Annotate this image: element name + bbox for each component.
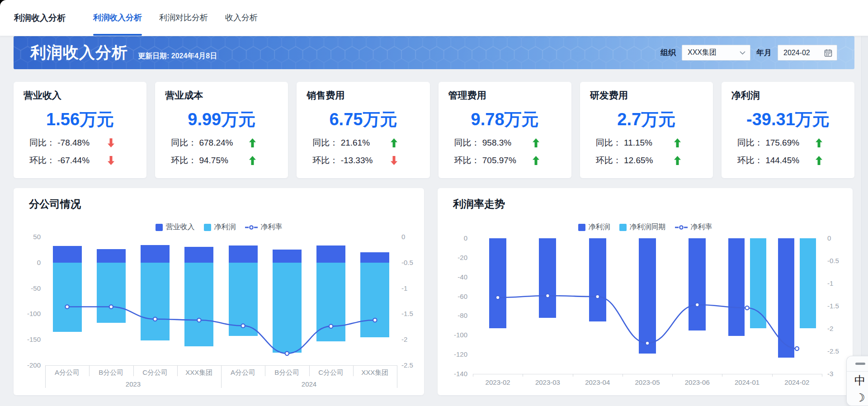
bar[interactable] xyxy=(316,263,345,341)
kpi-mom-text: 环比： -67.44% xyxy=(29,155,107,166)
scrollbar-track[interactable] xyxy=(861,36,868,406)
kpi-mom-text: 环比： 12.65% xyxy=(596,155,674,166)
tab-bar: 利润收入分析 利润对比分析 收入分析 xyxy=(93,0,258,36)
floating-toolbar: 中 ☽ xyxy=(846,356,868,406)
y-axis-tick-label-left: -40 xyxy=(445,273,467,281)
axis-tick xyxy=(623,374,623,377)
kpi-yoy-row: 同比： 175.69% xyxy=(731,137,844,149)
line-point[interactable] xyxy=(795,347,799,350)
x-axis-category-label: C分公司 xyxy=(133,368,177,377)
kpi-yoy-row: 同比： 11.15% xyxy=(590,137,703,149)
bar[interactable] xyxy=(273,263,302,353)
kpi-mom-text: 环比： 144.45% xyxy=(737,155,815,166)
kpi-yoy-row: 同比： 21.61% xyxy=(307,137,420,149)
org-label: 组织 xyxy=(660,47,676,58)
y-axis-tick-label-right: -2 xyxy=(827,325,833,332)
axis-tick xyxy=(89,365,90,376)
x-axis-category-label: 2023-05 xyxy=(623,378,672,386)
y-axis-tick-label-left: 50 xyxy=(18,233,41,241)
y-axis-tick-label-left: -140 xyxy=(445,370,467,378)
bar[interactable] xyxy=(750,238,766,328)
x-axis-category-label: B分公司 xyxy=(265,368,309,377)
axis-tick xyxy=(265,365,265,376)
y-axis-tick-label-right: -1.5 xyxy=(401,310,413,317)
bar[interactable] xyxy=(316,245,345,262)
axis-tick xyxy=(822,374,822,377)
bar[interactable] xyxy=(229,245,258,262)
trend-arrow-icon xyxy=(532,156,540,165)
toolbar-collapse-handle[interactable] xyxy=(847,356,868,372)
y-axis-tick-label-left: -100 xyxy=(18,310,41,317)
top-nav: 利润收入分析 利润收入分析 利润对比分析 收入分析 xyxy=(0,0,868,36)
minus-icon xyxy=(855,363,865,365)
tab-profit-income-analysis[interactable]: 利润收入分析 xyxy=(93,0,142,36)
x-axis-category-label: 2023-04 xyxy=(573,378,623,386)
line-point[interactable] xyxy=(745,306,749,310)
axis-tick xyxy=(133,365,134,376)
bar[interactable] xyxy=(141,245,170,263)
axis-tick xyxy=(309,365,310,376)
bar[interactable] xyxy=(53,263,82,332)
language-toggle-button[interactable]: 中 xyxy=(847,372,868,389)
x-axis-category-label: XXX集团 xyxy=(353,368,397,377)
x-axis-group-label: 2023 xyxy=(45,380,221,388)
bar[interactable] xyxy=(184,247,213,263)
y-axis-tick-label-left: -100 xyxy=(445,331,467,339)
kpi-yoy-text: 同比： 678.24% xyxy=(171,137,249,149)
bar[interactable] xyxy=(689,238,706,330)
trend-arrow-icon xyxy=(249,138,256,147)
kpi-cards-row: 营业收入1.56万元同比： -78.48%环比： -67.44%营业成本9.99… xyxy=(14,82,854,178)
x-axis-category-label: 2024-01 xyxy=(722,378,772,386)
bar[interactable] xyxy=(141,263,170,341)
y-axis-tick-label-left: -150 xyxy=(18,335,41,343)
kpi-title: 净利润 xyxy=(731,89,844,102)
period-date-picker[interactable]: 2024-02 xyxy=(778,45,837,61)
bar[interactable] xyxy=(800,238,816,328)
axis-tick xyxy=(353,365,354,376)
kpi-value: -39.31万元 xyxy=(731,108,844,131)
chart-plot-area: 0-20-40-60-80-100-120-1400-0.5-1-1.5-2-2… xyxy=(438,188,853,395)
moon-icon: ☽ xyxy=(855,391,865,404)
kpi-yoy-text: 同比： -78.48% xyxy=(29,137,107,149)
bar[interactable] xyxy=(360,263,389,337)
y-axis-tick-label-left: -120 xyxy=(445,350,467,358)
chart-branch-company-panel: 分公司情况 营业收入净利润净利率 500-50-100-150-2000-0.5… xyxy=(14,188,424,395)
kpi-card: 净利润-39.31万元同比： 175.69%环比： 144.45% xyxy=(722,82,854,178)
kpi-yoy-row: 同比： 678.24% xyxy=(165,137,278,149)
bar[interactable] xyxy=(97,249,126,263)
y-axis-tick-label-right: 0 xyxy=(401,233,405,241)
bar[interactable] xyxy=(184,263,213,346)
update-date: 更新日期: 2024年4月8日 xyxy=(138,52,217,61)
kpi-mom-text: 环比： -13.33% xyxy=(312,155,390,166)
y-axis-tick-label-left: 0 xyxy=(18,259,41,266)
dark-mode-toggle-button[interactable]: ☽ xyxy=(847,389,868,406)
axis-tick xyxy=(772,374,773,377)
kpi-value: 9.78万元 xyxy=(448,108,561,131)
bar[interactable] xyxy=(229,263,258,336)
bar[interactable] xyxy=(639,238,656,354)
charts-row: 分公司情况 营业收入净利润净利率 500-50-100-150-2000-0.5… xyxy=(14,188,854,395)
trend-arrow-icon xyxy=(390,156,398,165)
trend-arrow-icon xyxy=(815,156,823,165)
bar[interactable] xyxy=(97,263,126,323)
kpi-mom-row: 环比： 144.45% xyxy=(731,155,844,166)
bar[interactable] xyxy=(589,238,606,321)
tab-income-analysis[interactable]: 收入分析 xyxy=(225,0,258,36)
bar[interactable] xyxy=(778,238,794,358)
bar[interactable] xyxy=(273,250,302,262)
bar[interactable] xyxy=(489,238,506,328)
y-axis-tick-label-right: -1 xyxy=(401,284,407,292)
bar[interactable] xyxy=(53,246,82,262)
chart-plot-area: 500-50-100-150-2000-0.5-1-1.5-2-2.5A分公司B… xyxy=(14,188,424,395)
kpi-yoy-text: 同比： 21.61% xyxy=(312,137,390,149)
kpi-card: 营业成本9.99万元同比： 678.24%环比： 94.75% xyxy=(155,82,288,178)
axis-tick xyxy=(397,365,397,388)
bar[interactable] xyxy=(360,252,389,263)
trend-arrow-icon xyxy=(390,138,398,147)
kpi-mom-text: 环比： 94.75% xyxy=(171,155,249,166)
org-select[interactable]: XXX集团 xyxy=(682,45,750,61)
tab-profit-compare-analysis[interactable]: 利润对比分析 xyxy=(159,0,208,36)
bar[interactable] xyxy=(728,238,745,336)
bar[interactable] xyxy=(539,238,556,318)
axis-tick xyxy=(672,374,673,377)
